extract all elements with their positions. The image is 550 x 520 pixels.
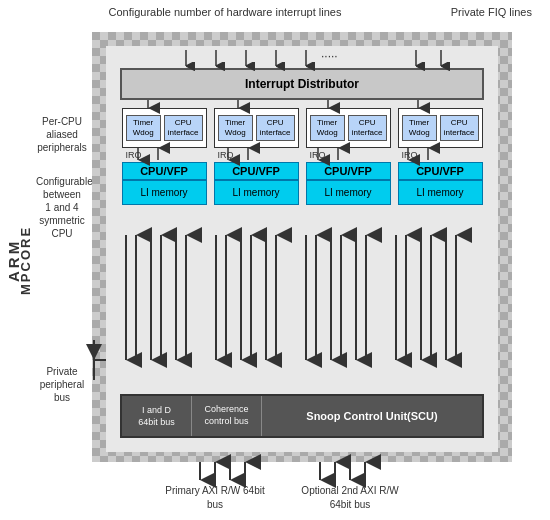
- bottom-arrows-svg: [106, 436, 498, 452]
- irq-label-2: IRQ: [214, 150, 299, 160]
- bus-bar: I and D 64bit bus Coherence control bus …: [120, 394, 484, 438]
- primary-axi-label: Primary AXI R/W 64bit bus: [165, 484, 265, 512]
- cpu-vfp-block-3: CPU/VFP LI memory: [306, 162, 391, 205]
- svg-text:·····: ·····: [321, 50, 338, 63]
- irq-label-3: IRQ: [306, 150, 391, 160]
- timer-box-1: Timer Wdog: [126, 115, 161, 140]
- cpu-vfp-block-4: CPU/VFP LI memory: [398, 162, 483, 205]
- timer-box-2: TimerWdog: [218, 115, 253, 140]
- cpu-col-3: TimerWdog CPUinterface IRQ CPU/VFP LI me…: [304, 108, 392, 205]
- periph-box-3: TimerWdog CPUinterface: [306, 108, 391, 148]
- timer-box-4: TimerWdog: [402, 115, 437, 140]
- irq-label-1: IRQ: [122, 150, 207, 160]
- main-content-box: Interrupt Distributor ·····: [106, 50, 498, 452]
- scu-label: Snoop Control Unit(SCU): [306, 410, 437, 422]
- coherence-label: Coherence control bus: [194, 404, 259, 427]
- cpu-vfp-title-4: CPU/VFP: [399, 163, 482, 180]
- cpu-vfp-title-2: CPU/VFP: [215, 163, 298, 180]
- cpu-iface-box-1: CPU interface: [164, 115, 203, 140]
- private-periph-label: Privateperipheralbus: [36, 365, 88, 404]
- configurable-label: Configurablebetween1 and 4symmetricCPU: [36, 175, 88, 240]
- interrupt-bar-label: Interrupt Distributor: [245, 77, 359, 91]
- cpu-columns-container: Timer Wdog CPU interface IRQ CPU/VFP LI …: [120, 108, 484, 205]
- cpu-vfp-block-1: CPU/VFP LI memory: [122, 162, 207, 205]
- cpu-vfp-title-3: CPU/VFP: [307, 163, 390, 180]
- bus-left-section: I and D 64bit bus: [122, 396, 192, 436]
- cpu-vfp-block-2: CPU/VFP LI memory: [214, 162, 299, 205]
- timer-box-3: TimerWdog: [310, 115, 345, 140]
- periph-box-1: Timer Wdog CPU interface: [122, 108, 207, 148]
- cpu-col-1: Timer Wdog CPU interface IRQ CPU/VFP LI …: [120, 108, 208, 205]
- periph-box-2: TimerWdog CPUinterface: [214, 108, 299, 148]
- cpu-vfp-title-1: CPU/VFP: [123, 163, 206, 180]
- li-memory-2: LI memory: [215, 180, 298, 204]
- li-memory-1: LI memory: [123, 180, 206, 204]
- cpu-col-2: TimerWdog CPUinterface IRQ CPU/VFP LI me…: [212, 108, 300, 205]
- scu-section: Snoop Control Unit(SCU): [262, 396, 482, 436]
- li-memory-4: LI memory: [399, 180, 482, 204]
- coherence-section: Coherence control bus: [192, 396, 262, 436]
- fiq-lines-label: Private FIQ lines: [422, 6, 532, 18]
- periph-box-4: TimerWdog CPUinterface: [398, 108, 483, 148]
- irq-label-4: IRQ: [398, 150, 483, 160]
- cpu-iface-box-3: CPUinterface: [348, 115, 387, 140]
- bus-left-line2: 64bit bus: [138, 417, 175, 427]
- cpu-col-4: TimerWdog CPUinterface IRQ CPU/VFP LI me…: [396, 108, 484, 205]
- mpcore-label: MPCORE: [18, 155, 33, 365]
- cpu-iface-box-4: CPUinterface: [440, 115, 479, 140]
- bus-left-line1: I and D: [142, 405, 171, 417]
- li-memory-3: LI memory: [307, 180, 390, 204]
- cpu-iface-box-2: CPUinterface: [256, 115, 295, 140]
- interrupt-distributor: Interrupt Distributor: [120, 68, 484, 100]
- optional-axi-label: Optional 2nd AXI R/W 64bit bus: [290, 484, 410, 512]
- per-cpu-label: Per-CPUaliasedperipherals: [36, 115, 88, 154]
- interrupt-lines-label: Configurable number of hardware interrup…: [105, 6, 345, 18]
